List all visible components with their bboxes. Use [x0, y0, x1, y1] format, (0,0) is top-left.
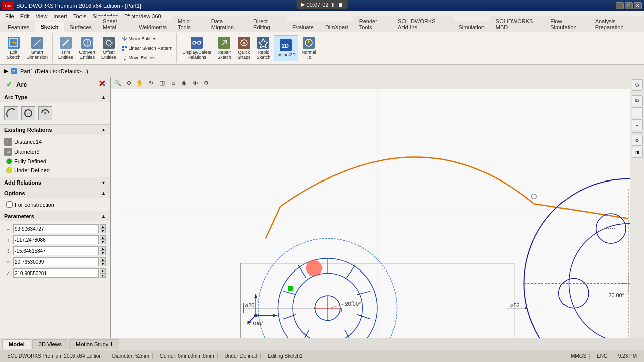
tab-features[interactable]: Features: [2, 22, 35, 32]
tab-flow-simulation[interactable]: Flow Simulation: [545, 16, 589, 32]
definition-status-text: Under Defined: [225, 353, 257, 359]
options-header[interactable]: Options ▲: [0, 188, 110, 198]
tab-sw-mbd[interactable]: SOLIDWORKS MBD: [490, 16, 545, 32]
toolbar-divider-1: [632, 93, 642, 93]
tab-weldments[interactable]: Weldments: [133, 22, 172, 32]
tab-sheet-metal[interactable]: Sheet Metal: [97, 16, 133, 32]
section-view-button[interactable]: ⧈: [168, 78, 178, 88]
quick-snaps-button[interactable]: Quick Snaps: [235, 35, 253, 61]
trim-entities-button[interactable]: Trim Entities: [56, 35, 76, 61]
param-input-5[interactable]: [13, 268, 99, 278]
arc-type-3-button[interactable]: [38, 106, 52, 120]
view-selector-button[interactable]: 🎲: [632, 79, 643, 90]
tab-motion-study-1[interactable]: Motion Study 1: [69, 339, 119, 349]
zoom-out-button[interactable]: -: [632, 119, 643, 130]
add-relations-header[interactable]: Add Relations ▼: [0, 177, 110, 188]
view-orient-button[interactable]: ◫: [157, 78, 167, 88]
tab-surfaces[interactable]: Surfaces: [64, 22, 97, 32]
existing-relations-collapse-icon: ▲: [101, 127, 106, 132]
time-text: 9:23 PM: [618, 353, 637, 359]
3d-view-button[interactable]: ⧉: [632, 95, 643, 106]
hide-show-button[interactable]: 👁: [190, 78, 200, 88]
sketch-canvas[interactable]: ⌀20 20.00° 8 ⌀52 ⌀72: [111, 89, 644, 338]
tab-simulation-2[interactable]: Simulation: [453, 22, 490, 32]
zoom-in-button[interactable]: +: [632, 107, 643, 118]
tab-dimxpert[interactable]: DimXpert: [319, 22, 354, 32]
close-button[interactable]: ✕: [634, 2, 642, 9]
relation-item-diameter9[interactable]: ⌀ Diameter9: [4, 147, 106, 157]
tab-render-tools[interactable]: Render Tools: [354, 16, 392, 32]
relation-diameter9-label: Diameter9: [14, 149, 40, 155]
display-delete-relations-button[interactable]: Display/Delete Relations: [180, 35, 214, 61]
display-style-button[interactable]: ◉: [179, 78, 189, 88]
settings-button[interactable]: ⚙: [632, 135, 643, 146]
appearance-button[interactable]: ◨: [632, 147, 643, 158]
tab-evaluate[interactable]: Evaluate: [287, 22, 319, 32]
arc-type-header[interactable]: Arc Type ▲: [0, 92, 110, 102]
pan-button[interactable]: ✋: [135, 78, 145, 88]
menu-insert[interactable]: Insert: [50, 12, 70, 20]
instant2d-button[interactable]: 2D Instant2D: [274, 35, 298, 61]
tab-3d-views[interactable]: 3D Views: [32, 339, 68, 349]
param-input-3[interactable]: [13, 246, 99, 255]
zoom-fit-button[interactable]: 🔍: [113, 78, 123, 88]
param-down-5[interactable]: ▼: [100, 273, 106, 278]
smart-dimension-button[interactable]: ↔ Smart Dimension: [24, 35, 51, 61]
tab-mold-tools[interactable]: Mold Tools: [172, 16, 206, 32]
param-input-2[interactable]: [13, 235, 99, 244]
param-input-1[interactable]: [13, 224, 99, 233]
arc-type-2-button[interactable]: [21, 106, 35, 120]
menu-edit[interactable]: Edit: [17, 12, 33, 20]
move-entities-button[interactable]: Move Entities: [120, 53, 175, 62]
param-up-3[interactable]: ▲: [100, 246, 106, 251]
svg-text:⌀20: ⌀20: [245, 302, 254, 308]
normal-to-button[interactable]: Normal To: [299, 35, 319, 61]
tab-sw-addins[interactable]: SOLIDWORKS Add-Ins: [392, 16, 453, 32]
confirm-button[interactable]: ✓: [4, 79, 14, 89]
mirror-entities-button[interactable]: Mirror Entities: [120, 34, 175, 43]
for-construction-checkbox[interactable]: [6, 201, 13, 208]
param-up-2[interactable]: ▲: [100, 235, 106, 240]
tab-analysis-preparation[interactable]: Analysis Preparation: [590, 16, 644, 32]
param-down-4[interactable]: ▼: [100, 262, 106, 266]
menu-view[interactable]: View: [33, 12, 51, 20]
offset-entities-button[interactable]: Offset Entities: [99, 35, 119, 61]
rotate-button[interactable]: ↻: [146, 78, 156, 88]
tab-data-migration[interactable]: Data Migration: [206, 16, 248, 32]
titlebar: SW SOLIDWORKS Premium 2016 x64 Edition -…: [0, 0, 644, 11]
titlebar-left: SW SOLIDWORKS Premium 2016 x64 Edition -…: [2, 1, 141, 10]
param-down-2[interactable]: ▼: [100, 240, 106, 244]
relation-item-distance14[interactable]: ↔ Distance14: [4, 137, 106, 147]
breadcrumb-expand[interactable]: ▶: [4, 68, 8, 74]
arc-type-1-button[interactable]: [4, 106, 18, 120]
param-up-1[interactable]: ▲: [100, 224, 106, 229]
existing-relations-header[interactable]: Existing Relations ▲: [0, 125, 110, 135]
tab-direct-editing[interactable]: Direct Editing: [248, 16, 287, 32]
tab-model[interactable]: Model: [2, 339, 31, 349]
maximize-button[interactable]: □: [625, 2, 633, 9]
under-defined-label: Under Defined: [14, 167, 50, 173]
zoom-area-button[interactable]: ⊕: [124, 78, 134, 88]
rapid-sketch-button[interactable]: Rapid Sketch: [254, 35, 273, 61]
panel-resize-handle[interactable]: [108, 77, 110, 338]
ribbon-tabs: Features Sketch Surfaces Sheet Metal Wel…: [0, 21, 644, 32]
convert-entities-button[interactable]: Convert Entities: [77, 35, 98, 61]
parameters-header[interactable]: Parameters ▲: [0, 211, 110, 221]
param-up-5[interactable]: ▲: [100, 268, 106, 273]
menu-tools[interactable]: Tools: [70, 12, 90, 20]
canvas-area[interactable]: 🔍 ⊕ ✋ ↻ ◫ ⧈ ◉ 👁 ⚙: [111, 77, 644, 338]
param-down-1[interactable]: ▼: [100, 229, 106, 233]
param-down-3[interactable]: ▼: [100, 251, 106, 255]
menu-file[interactable]: File: [2, 12, 17, 20]
diameter-section: Diameter: 52mm: [109, 353, 153, 359]
exit-sketch-button[interactable]: Exit Sketch: [4, 35, 23, 61]
z-coord-icon: ⇕: [4, 247, 12, 255]
repair-sketch-button[interactable]: Repair Sketch: [215, 35, 234, 61]
ribbon-group-sketch-buttons: Trim Entities Convert Entities Offset En…: [56, 34, 174, 62]
param-up-4[interactable]: ▲: [100, 257, 106, 262]
param-input-4[interactable]: [13, 257, 99, 266]
tab-sketch[interactable]: Sketch: [35, 22, 64, 32]
linear-sketch-pattern-button[interactable]: Linear Sketch Pattern: [120, 44, 175, 53]
minimize-button[interactable]: ─: [616, 2, 624, 9]
view-settings-button[interactable]: ⚙: [201, 78, 211, 88]
